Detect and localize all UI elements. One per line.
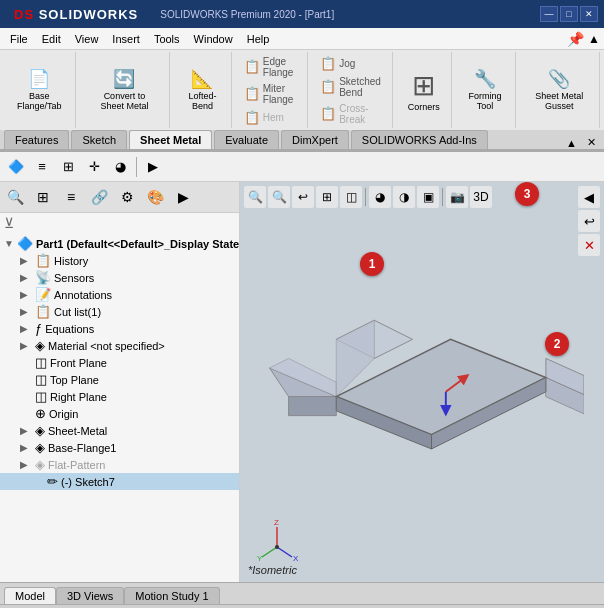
miter-flange-button[interactable]: 📋 Miter Flange — [240, 81, 303, 107]
sketched-bend-button[interactable]: 📋 Sketched Bend — [316, 74, 388, 100]
tree-item-sensors[interactable]: ▶ 📡 Sensors — [0, 269, 239, 286]
corners-icon: ⊞ — [412, 69, 435, 102]
jog-button[interactable]: 📋 Jog — [316, 54, 388, 73]
badge-1: 1 — [360, 252, 384, 276]
gusset-icon: 📎 — [548, 68, 570, 90]
tree-root[interactable]: ▼ 🔷 Part1 (Default<<Default>_Display Sta… — [0, 235, 239, 252]
tree-item-equations[interactable]: ▶ ƒ Equations — [0, 320, 239, 337]
ribbon-group-lofted: 📐 Lofted-Bend — [174, 52, 232, 128]
lofted-bend-button[interactable]: 📐 Lofted-Bend — [180, 65, 225, 115]
vp-display-mode-button[interactable]: ◑ — [393, 186, 415, 208]
3d-shape-container: 1 2 3 — [260, 222, 584, 552]
base-flange-icon: 📄 — [28, 68, 50, 90]
viewport: 🔍 🔍 ↩ ⊞ ◫ ◕ ◑ ▣ 📷 3D ◀ ↩ ✕ — [240, 182, 604, 582]
menu-help[interactable]: Help — [241, 31, 276, 47]
part-icon-button[interactable]: 🔷 — [4, 155, 28, 179]
display-button[interactable]: ◕ — [108, 155, 132, 179]
hem-icon: 📋 — [244, 110, 260, 125]
forming-tool-icon: 🔧 — [474, 68, 496, 90]
expand-all-button[interactable]: ▶ — [170, 184, 196, 210]
tree-item-history[interactable]: ▶ 📋 History — [0, 252, 239, 269]
menu-insert[interactable]: Insert — [106, 31, 146, 47]
tab-bar-close[interactable]: ✕ — [583, 136, 600, 149]
vp-zoom-fit-button[interactable]: 🔍 — [268, 186, 290, 208]
grid-view-button[interactable]: ⊞ — [56, 155, 80, 179]
menu-view[interactable]: View — [69, 31, 105, 47]
vp-previous-view-button[interactable]: ↩ — [292, 186, 314, 208]
menu-file[interactable]: File — [4, 31, 34, 47]
tree-item-sketch7[interactable]: ✏ (-) Sketch7 — [0, 473, 239, 490]
tab-sheet-metal[interactable]: Sheet Metal — [129, 130, 212, 149]
minimize-button[interactable]: — — [540, 6, 558, 22]
left-panel: 🔍 ⊞ ≡ 🔗 ⚙ 🎨 ▶ ⊻ ▼ 🔷 Part1 (Default<<Defa… — [0, 182, 240, 582]
tree-item-annotations[interactable]: ▶ 📝 Annotations — [0, 286, 239, 303]
base-flange-tab-button[interactable]: 📄 Base Flange/Tab — [10, 65, 69, 115]
forming-tool-button[interactable]: 🔧 Forming Tool — [462, 65, 509, 115]
tree-item-cut-list[interactable]: ▶ 📋 Cut list(1) — [0, 303, 239, 320]
axes-svg: Y X Z — [252, 512, 302, 562]
corners-button[interactable]: ⊞ Corners — [396, 65, 451, 116]
svg-line-15 — [262, 547, 277, 557]
list-view-button[interactable]: ≡ — [30, 155, 54, 179]
vp-3d-views-button[interactable]: ⊞ — [316, 186, 338, 208]
vp-snapshot-button[interactable]: 📷 — [446, 186, 468, 208]
menu-bar: File Edit View Insert Tools Window Help … — [0, 28, 604, 50]
badge-3: 3 — [515, 182, 539, 206]
tree-item-right-plane[interactable]: ◫ Right Plane — [0, 388, 239, 405]
collapse-panel-button[interactable]: ◀ — [578, 186, 600, 208]
menu-edit[interactable]: Edit — [36, 31, 67, 47]
convert-sheet-metal-button[interactable]: 🔄 Convert to Sheet Metal — [86, 65, 163, 115]
jog-icon: 📋 — [320, 56, 336, 71]
maximize-button[interactable]: □ — [560, 6, 578, 22]
tree-item-front-plane[interactable]: ◫ Front Plane — [0, 354, 239, 371]
tab-evaluate[interactable]: Evaluate — [214, 130, 279, 149]
tree-item-origin[interactable]: ⊕ Origin — [0, 405, 239, 422]
edge-flange-button[interactable]: 📋 Edge Flange — [240, 54, 303, 80]
link-button[interactable]: 🔗 — [86, 184, 112, 210]
vp-3d-mode-button[interactable]: 3D — [470, 186, 492, 208]
filter-button[interactable]: ⊞ — [30, 184, 56, 210]
menu-tools[interactable]: Tools — [148, 31, 186, 47]
ribbon-tab-bar: Features Sketch Sheet Metal Evaluate Dim… — [0, 130, 604, 150]
tree-item-base-flange1[interactable]: ▶ ◈ Base-Flange1 — [0, 439, 239, 456]
crosshair-button[interactable]: ✛ — [82, 155, 106, 179]
title-bar-controls[interactable]: — □ ✕ — [540, 6, 598, 22]
hem-button[interactable]: 📋 Hem — [240, 108, 303, 127]
settings-button[interactable]: ⚙ — [114, 184, 140, 210]
isometric-label: *Isometric — [248, 564, 297, 576]
corners-label: Corners — [408, 102, 440, 112]
svg-text:Z: Z — [274, 518, 279, 527]
collapse-ribbon-button[interactable]: ▲ — [588, 32, 600, 46]
tab-sketch[interactable]: Sketch — [71, 130, 127, 149]
arrow-right-button[interactable]: ▶ — [141, 155, 165, 179]
btab-model[interactable]: Model — [4, 587, 56, 604]
tab-solidworks-addins[interactable]: SOLIDWORKS Add-Ins — [351, 130, 488, 149]
tree-item-sheet-metal[interactable]: ▶ ◈ Sheet-Metal — [0, 422, 239, 439]
vp-section-view-button[interactable]: ▣ — [417, 186, 439, 208]
tree-item-material[interactable]: ▶ ◈ Material <not specified> — [0, 337, 239, 354]
tab-dimxpert[interactable]: DimXpert — [281, 130, 349, 149]
search-button[interactable]: 🔍 — [2, 184, 28, 210]
color-button[interactable]: 🎨 — [142, 184, 168, 210]
tree-item-top-plane[interactable]: ◫ Top Plane — [0, 371, 239, 388]
close-button[interactable]: ✕ — [580, 6, 598, 22]
tree-item-flat-pattern[interactable]: ▶ ◈ Flat-Pattern — [0, 456, 239, 473]
svg-point-21 — [275, 545, 279, 549]
title-bar: DS SOLIDWORKS SOLIDWORKS Premium 2020 - … — [0, 0, 604, 28]
btab-3d-views[interactable]: 3D Views — [56, 587, 124, 604]
tab-features[interactable]: Features — [4, 130, 69, 149]
vp-display-style-button[interactable]: ◕ — [369, 186, 391, 208]
sort-button[interactable]: ≡ — [58, 184, 84, 210]
menu-window[interactable]: Window — [188, 31, 239, 47]
sheet-metal-gusset-button[interactable]: 📎 Sheet Metal Gusset — [526, 65, 593, 115]
vp-view-orient-button[interactable]: ◫ — [340, 186, 362, 208]
badge-2: 2 — [545, 332, 569, 356]
vp-zoom-area-button[interactable]: 🔍 — [244, 186, 266, 208]
cross-break-icon: 📋 — [320, 106, 336, 121]
cross-break-button[interactable]: 📋 Cross-Break — [316, 101, 388, 127]
tab-bar-collapse[interactable]: ▲ — [562, 137, 581, 149]
ribbon-group-corners: ⊞ Corners — [397, 52, 452, 128]
pin-icon[interactable]: 📌 — [567, 31, 584, 47]
btab-motion-study[interactable]: Motion Study 1 — [124, 587, 219, 604]
vp-separator-2 — [442, 188, 443, 206]
